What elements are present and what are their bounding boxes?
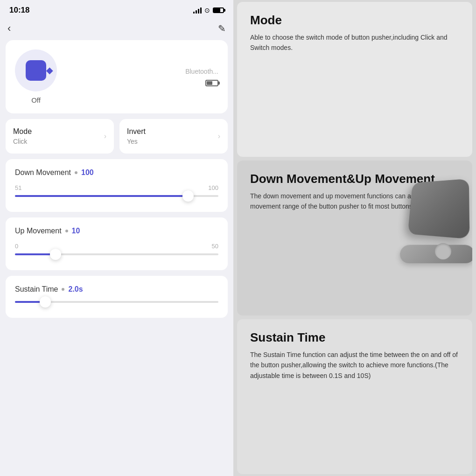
- sustain-info-card: Sustain Time The Sustain Time function c…: [237, 319, 472, 474]
- back-button[interactable]: ‹: [7, 22, 11, 35]
- down-movement-dot: [75, 171, 77, 174]
- mode-value: Click: [13, 138, 32, 145]
- invert-content: Invert Yes: [127, 127, 146, 145]
- mode-content: Mode Click: [13, 127, 32, 145]
- mode-info-card: Mode Able to choose the switch mode of b…: [237, 2, 472, 157]
- up-movement-label-row: Up Movement 10: [15, 227, 218, 235]
- device-3d-button: [435, 243, 451, 259]
- down-movement-max: 100: [208, 184, 218, 191]
- device-icon-circle: ◆: [15, 49, 57, 91]
- sustain-info-desc: The Sustain Time function can adjust the…: [250, 350, 459, 381]
- up-movement-track[interactable]: [15, 253, 218, 255]
- down-movement-title: Down Movement: [15, 168, 71, 177]
- down-movement-label-row: Down Movement 100: [15, 168, 218, 177]
- down-movement-track-container: 51 100: [15, 184, 218, 197]
- status-time: 10:18: [9, 6, 29, 15]
- up-movement-section: Up Movement 10 0 50: [6, 217, 228, 270]
- up-movement-thumb[interactable]: [50, 249, 61, 260]
- movement-info-card: Down Movement&Up Movement The down movem…: [237, 161, 472, 315]
- device-key-icon: ◆: [46, 65, 53, 76]
- sustain-time-track[interactable]: [15, 301, 218, 303]
- down-movement-value: 100: [81, 168, 94, 177]
- sustain-info-title: Sustain Time: [250, 330, 459, 345]
- wifi-icon: ⊙: [204, 7, 210, 14]
- nav-bar: ‹ ✎: [0, 19, 233, 40]
- right-panel: Mode Able to choose the switch mode of b…: [233, 0, 476, 476]
- device-icon: ◆: [26, 60, 46, 81]
- up-movement-max: 50: [212, 243, 218, 250]
- device-3d-illustration: [384, 165, 472, 268]
- device-card: ◆ Off Bluetooth...: [6, 40, 228, 113]
- device-name: Bluetooth...: [185, 68, 218, 75]
- battery-icon: [213, 7, 224, 13]
- down-movement-fill: [15, 195, 188, 197]
- status-bar: 10:18 ⊙: [0, 0, 233, 19]
- status-icons: ⊙: [193, 7, 224, 14]
- edit-button[interactable]: ✎: [218, 23, 226, 34]
- up-movement-fill: [15, 253, 56, 255]
- device-status: Off: [31, 96, 41, 104]
- down-movement-min: 51: [15, 184, 21, 191]
- signal-icon: [193, 7, 202, 14]
- down-movement-section: Down Movement 100 51 100: [6, 159, 228, 212]
- up-movement-dot: [65, 230, 68, 232]
- device-3d-body: [408, 179, 470, 239]
- device-icon-square: [26, 60, 46, 81]
- sustain-time-thumb[interactable]: [40, 296, 51, 308]
- invert-chevron-icon: ›: [218, 132, 220, 140]
- settings-row: Mode Click › Invert Yes ›: [6, 119, 228, 154]
- mode-info-desc: Able to choose the switch mode of button…: [250, 32, 459, 53]
- down-movement-thumb[interactable]: [182, 190, 194, 202]
- sustain-time-dot: [62, 288, 64, 291]
- sustain-time-label-row: Sustain Time 2.0s: [15, 285, 218, 294]
- up-movement-value: 10: [72, 227, 80, 235]
- device-left: ◆ Off: [15, 49, 57, 104]
- invert-value: Yes: [127, 138, 146, 145]
- up-movement-title: Up Movement: [15, 227, 62, 235]
- up-movement-range-labels: 0 50: [15, 243, 218, 250]
- mode-info-title: Mode: [250, 13, 459, 28]
- down-movement-track[interactable]: [15, 195, 218, 197]
- sustain-time-value: 2.0s: [68, 285, 83, 294]
- mode-label: Mode: [13, 127, 32, 136]
- left-panel: 10:18 ⊙ ‹ ✎ ◆ Off: [0, 0, 233, 476]
- sustain-time-section: Sustain Time 2.0s: [6, 276, 228, 318]
- invert-label: Invert: [127, 127, 146, 136]
- device-battery: [205, 80, 218, 86]
- sustain-time-title: Sustain Time: [15, 285, 58, 294]
- sustain-time-track-container: [15, 301, 218, 303]
- up-movement-min: 0: [15, 243, 18, 250]
- device-right: Bluetooth...: [185, 68, 218, 86]
- battery-small-icon: [205, 80, 218, 86]
- mode-card[interactable]: Mode Click ›: [6, 119, 114, 154]
- mode-chevron-icon: ›: [104, 132, 106, 140]
- invert-card[interactable]: Invert Yes ›: [119, 119, 228, 154]
- up-movement-track-container: 0 50: [15, 243, 218, 255]
